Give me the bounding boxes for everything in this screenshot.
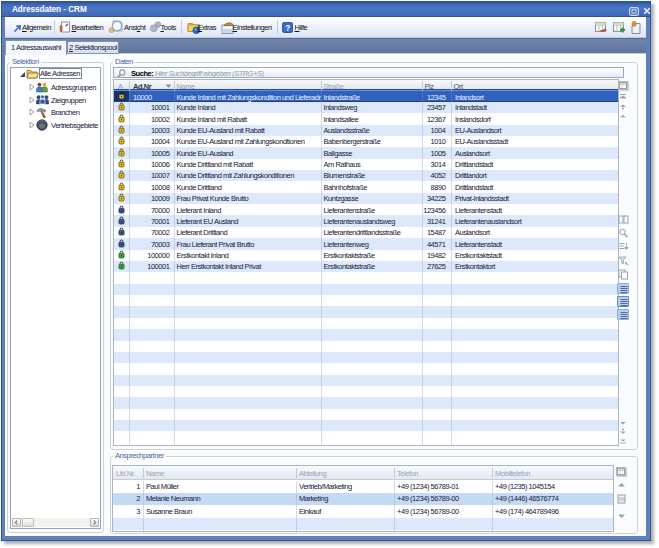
svg-text:?: ?: [285, 23, 290, 32]
